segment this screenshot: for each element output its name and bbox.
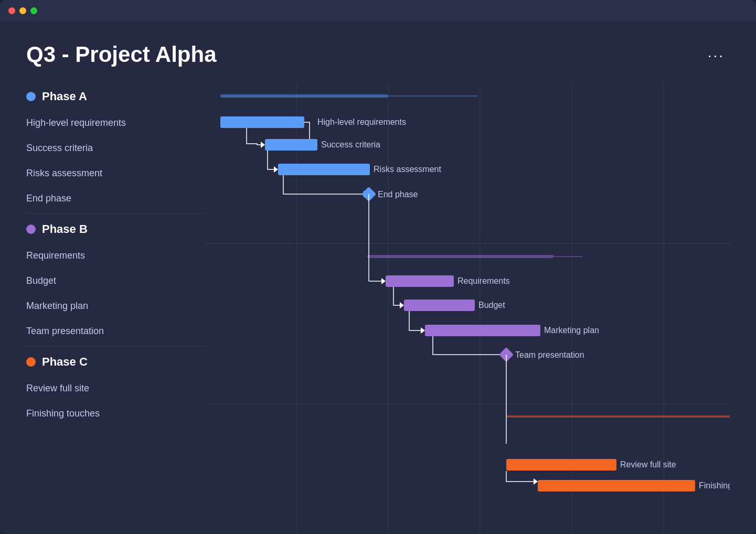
svg-text:Marketing plan: Marketing plan [544, 326, 599, 335]
task-label: Risks assessment [26, 168, 102, 179]
svg-rect-15 [278, 164, 370, 175]
maximize-button[interactable] [30, 7, 37, 14]
gantt-chart: Phase A High-level requirements Success … [26, 83, 730, 534]
phase-a-dot [26, 92, 36, 101]
svg-marker-26 [400, 302, 404, 308]
task-label: Team presentation [26, 326, 104, 337]
phase-b-label: Phase B [42, 222, 88, 236]
task-label: Review full site [26, 383, 89, 394]
svg-rect-27 [404, 300, 475, 311]
svg-text:Team presentation: Team presentation [515, 350, 584, 359]
svg-text:Requirements: Requirements [457, 276, 510, 285]
separator [26, 213, 205, 213]
phase-a-label: Phase A [42, 90, 87, 103]
phase-b-header: Phase B [26, 216, 205, 243]
svg-text:Risks assessment: Risks assessment [374, 165, 441, 174]
task-row: Team presentation [26, 318, 205, 344]
app-window: Q3 - Project Alpha ··· Phase A High-leve… [0, 0, 756, 534]
task-label: High-level requirements [26, 118, 126, 129]
svg-text:Finishing touches: Finishing touches [699, 481, 730, 490]
svg-text:Success criteria: Success criteria [321, 140, 380, 149]
svg-text:End phase: End phase [378, 190, 418, 199]
svg-rect-9 [220, 116, 304, 128]
phase-b-dot [26, 225, 36, 234]
task-row: Requirements [26, 243, 205, 268]
svg-rect-12 [265, 139, 317, 151]
svg-text:Review full site: Review full site [620, 460, 676, 469]
task-label: Finishing touches [26, 408, 100, 419]
svg-rect-40 [538, 480, 695, 492]
svg-rect-7 [220, 94, 388, 98]
svg-marker-29 [421, 327, 425, 334]
task-row: Marketing plan [26, 293, 205, 318]
task-row: Review full site [26, 376, 205, 401]
separator [26, 346, 205, 346]
task-label: Marketing plan [26, 301, 88, 312]
phase-c-label: Phase C [42, 355, 88, 369]
chart-column: High-level requirements Success criteria… [205, 83, 730, 534]
more-options-button[interactable]: ··· [708, 47, 725, 64]
gantt-svg: High-level requirements Success criteria… [205, 83, 730, 534]
minimize-button[interactable] [19, 7, 26, 14]
task-label: End phase [26, 193, 71, 204]
phase-c-header: Phase C [26, 348, 205, 376]
close-button[interactable] [8, 7, 15, 14]
labels-column: Phase A High-level requirements Success … [26, 83, 205, 534]
task-row: End phase [26, 186, 205, 211]
svg-marker-23 [381, 278, 386, 284]
titlebar [0, 0, 756, 21]
task-row: High-level requirements [26, 110, 205, 135]
task-row: Risks assessment [26, 161, 205, 186]
svg-rect-37 [506, 459, 616, 471]
svg-rect-24 [386, 275, 454, 287]
svg-marker-39 [534, 478, 538, 485]
svg-text:Budget: Budget [478, 301, 505, 309]
phase-a-header: Phase A [26, 83, 205, 110]
svg-rect-35 [506, 415, 730, 418]
task-row: Budget [26, 268, 205, 293]
svg-marker-11 [261, 142, 265, 148]
phase-c-dot [26, 357, 36, 367]
svg-rect-20 [367, 255, 553, 258]
task-row: Finishing touches [26, 401, 205, 426]
main-content: Q3 - Project Alpha ··· Phase A High-leve… [0, 21, 756, 534]
task-label: Requirements [26, 250, 85, 261]
task-label: Success criteria [26, 143, 93, 154]
svg-marker-14 [274, 166, 278, 173]
task-label: Budget [26, 275, 56, 286]
svg-text:High-level requirements: High-level requirements [317, 118, 406, 126]
page-title: Q3 - Project Alpha [26, 42, 730, 67]
task-row: Success criteria [26, 135, 205, 161]
svg-rect-30 [425, 325, 540, 336]
